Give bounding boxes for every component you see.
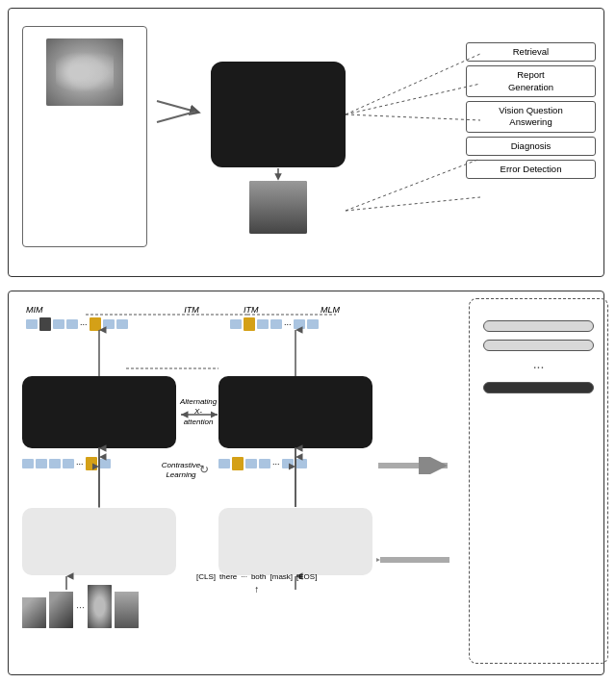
fusion-encoder-2: [218, 376, 372, 448]
img-sample-3: [88, 585, 112, 628]
mim-label: MIM: [26, 305, 140, 315]
svg-line-1: [157, 112, 195, 122]
fusion-encoder-1: [22, 376, 176, 448]
svg-line-0: [157, 101, 195, 112]
contrastive-strip-right: ···: [218, 457, 307, 470]
xray-image: [46, 38, 123, 106]
alternating-label: AlternatingX-attention: [180, 397, 217, 427]
contrastive-strip-left: ···: [22, 457, 111, 470]
tok-eos: [EOS]: [296, 572, 317, 581]
section-a: Retrieval ReportGeneration Vision Questi…: [8, 8, 604, 277]
momentum-text-encoder: [483, 340, 594, 351]
domain-image: [249, 181, 307, 234]
corpus-box: [22, 26, 147, 247]
token-strip-left: ···: [26, 317, 128, 331]
itm-label1: ITM: [140, 305, 244, 315]
contrastive-icon: ↻: [199, 463, 209, 476]
svg-line-5: [346, 159, 480, 211]
maxvl-box: [211, 62, 346, 167]
tok-cls: [CLS]: [196, 572, 216, 581]
svg-line-6: [346, 197, 480, 211]
svg-line-3: [346, 84, 480, 114]
svg-line-4: [346, 114, 480, 120]
img-dots: ···: [76, 601, 85, 613]
up-arrow-keyword: ↑: [254, 584, 259, 594]
report-tokens-area: [CLS] there ··· both [mask] [EOS] ↑: [196, 572, 317, 597]
keyword-area: ↑: [254, 584, 259, 594]
distillation-arrow-svg: [376, 551, 453, 569]
momentum-multi-encoder: [483, 382, 594, 393]
svg-line-2: [346, 54, 480, 114]
img-sample-2: [49, 592, 73, 628]
token-row: [CLS] there ··· both [mask] [EOS]: [196, 572, 317, 581]
tok-there: there: [219, 572, 237, 581]
domain-box: [211, 177, 346, 237]
task-diagnosis: Diagnosis: [466, 137, 596, 156]
image-encoder: [22, 508, 176, 575]
text-encoder: [218, 508, 372, 575]
task-retrieval: Retrieval: [466, 42, 596, 62]
image-samples-row: ···: [22, 585, 139, 628]
task-report-generation: ReportGeneration: [466, 65, 596, 97]
shared-svg: [9, 349, 451, 378]
img-sample-1: [22, 597, 46, 628]
momentum-image-encoder: [483, 320, 594, 332]
tok-both: both: [251, 572, 267, 581]
token-label-row: MIM ITM ITM MLM: [26, 305, 340, 315]
ema-arrow-svg: [376, 457, 453, 474]
task-error-detection: Error Detection: [466, 160, 596, 179]
arrow-corpus-maxvl: [155, 95, 208, 128]
tok-mask: [mask]: [270, 572, 294, 581]
task-boxes: Retrieval ReportGeneration Vision Questi…: [466, 42, 596, 179]
momentum-box: ···: [469, 298, 608, 664]
tok-dots: ···: [241, 572, 247, 581]
img-sample-4: [115, 592, 139, 628]
mlm-label: MLM: [282, 305, 340, 315]
token-strip-right: ···: [230, 317, 319, 331]
itm-label2: ITM: [244, 305, 282, 315]
task-vqa: Vision QuestionAnswering: [466, 101, 596, 133]
momentum-between-dots: ···: [533, 359, 545, 374]
